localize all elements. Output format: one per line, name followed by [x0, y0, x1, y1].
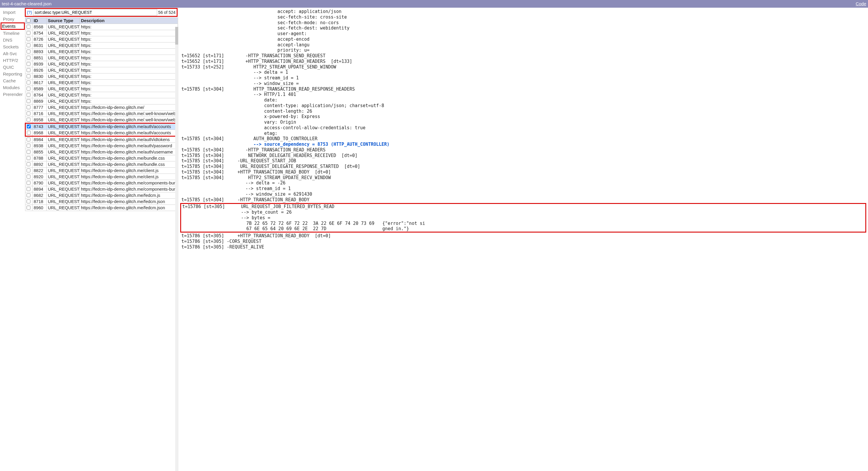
sidebar-item-reporting[interactable]: Reporting	[2, 70, 25, 77]
sidebar-item-http2[interactable]: HTTP/2	[2, 57, 25, 64]
table-row[interactable]: 8743URL_REQUESThttps://fedcm-idp-demo.gl…	[25, 123, 178, 130]
row-source-type: URL_REQUEST	[47, 24, 80, 30]
table-row[interactable]: 8939URL_REQUESThttps:	[25, 61, 178, 67]
row-source-type: URL_REQUEST	[47, 67, 80, 73]
row-checkbox[interactable]	[27, 56, 30, 60]
row-checkbox[interactable]	[27, 99, 30, 103]
row-source-type: URL_REQUEST	[47, 104, 80, 111]
row-description: https:	[80, 80, 178, 86]
select-all-checkbox[interactable]	[27, 19, 30, 23]
table-row[interactable]: 8718URL_REQUESThttps://fedcm-idp-demo.gl…	[25, 199, 178, 205]
row-id: 8788	[32, 155, 47, 161]
events-table: ID Source Type Description 8568URL_REQUE…	[25, 18, 178, 211]
row-checkbox[interactable]	[27, 156, 30, 160]
row-checkbox[interactable]	[27, 144, 30, 147]
table-row[interactable]: 8938URL_REQUESThttps://fedcm-idp-demo.gl…	[25, 143, 178, 149]
row-source-type: URL_REQUEST	[47, 36, 80, 42]
table-row[interactable]: 8726URL_REQUESThttps:	[25, 36, 178, 42]
row-checkbox[interactable]	[27, 43, 30, 47]
sidebar-item-modules[interactable]: Modules	[2, 84, 25, 91]
table-row[interactable]: 8869URL_REQUESThttps:	[25, 98, 178, 104]
table-row[interactable]: 8958URL_REQUESThttps://fedcm-idp-demo.gl…	[25, 117, 178, 123]
filter-help-link[interactable]: (?)	[27, 10, 32, 15]
row-checkbox[interactable]	[27, 74, 30, 78]
sidebar-item-cache[interactable]: Cache	[2, 77, 25, 84]
table-row[interactable]: 8960URL_REQUESThttps://fedcm-idp-demo.gl…	[25, 205, 178, 211]
table-row[interactable]: 8822URL_REQUESThttps://fedcm-idp-demo.gl…	[25, 168, 178, 174]
col-header-source-type[interactable]: Source Type	[47, 18, 80, 24]
row-checkbox[interactable]	[27, 25, 30, 29]
table-row[interactable]: 8926URL_REQUESThttps:	[25, 67, 178, 73]
sidebar-item-events[interactable]: Events	[1, 23, 25, 30]
log-source-dependency-link[interactable]: --> source_dependency = 8753 (HTTP_AUTH_…	[181, 142, 868, 147]
sidebar-item-quic[interactable]: QUIC	[2, 64, 25, 70]
row-checkbox[interactable]	[27, 93, 30, 97]
row-checkbox[interactable]	[27, 125, 31, 128]
table-row[interactable]: 8920URL_REQUESThttps://fedcm-idp-demo.gl…	[25, 174, 178, 180]
sidebar-item-proxy[interactable]: Proxy	[2, 15, 25, 23]
row-checkbox[interactable]	[27, 181, 30, 185]
row-checkbox[interactable]	[27, 68, 30, 72]
row-description: https://fedcm-idp-demo.glitch.me/compone…	[80, 186, 178, 193]
row-id: 8855	[32, 149, 47, 155]
table-row[interactable]: 8790URL_REQUESThttps://fedcm-idp-demo.gl…	[25, 180, 178, 186]
row-checkbox[interactable]	[27, 131, 31, 135]
row-description: https://fedcm-idp-demo.glitch.me/compone…	[80, 180, 178, 186]
row-checkbox[interactable]	[27, 37, 30, 41]
sidebar-item-dns[interactable]: DNS	[2, 37, 25, 43]
row-id: 8822	[32, 168, 47, 174]
row-checkbox[interactable]	[27, 175, 30, 178]
sidebar-item-sockets[interactable]: Sockets	[2, 43, 25, 50]
row-checkbox[interactable]	[27, 111, 30, 115]
row-checkbox[interactable]	[27, 105, 30, 109]
row-checkbox[interactable]	[27, 200, 30, 203]
row-checkbox[interactable]	[27, 162, 30, 166]
row-source-type: URL_REQUEST	[47, 73, 80, 80]
table-row[interactable]: 8617URL_REQUESThttps:	[25, 80, 178, 86]
table-row[interactable]: 8893URL_REQUESThttps:	[25, 49, 178, 55]
table-row[interactable]: 8968URL_REQUESThttps://fedcm-idp-demo.gl…	[25, 130, 178, 136]
sidebar-item-timeline[interactable]: Timeline	[2, 30, 25, 37]
row-id: 8764	[32, 92, 47, 98]
row-checkbox[interactable]	[27, 80, 30, 85]
row-checkbox[interactable]	[27, 49, 30, 54]
table-row[interactable]: 8589URL_REQUESThttps:	[25, 86, 178, 92]
table-row[interactable]: 8851URL_REQUESThttps:	[25, 55, 178, 61]
table-row[interactable]: 8984URL_REQUESThttps://fedcm-idp-demo.gl…	[25, 136, 178, 143]
table-row[interactable]: 8788URL_REQUESThttps://fedcm-idp-demo.gl…	[25, 155, 178, 161]
filter-input[interactable]	[33, 9, 157, 15]
table-row[interactable]: 8754URL_REQUESThttps:	[25, 30, 178, 36]
row-checkbox[interactable]	[27, 187, 30, 191]
row-checkbox[interactable]	[27, 193, 30, 197]
table-row[interactable]: 8682URL_REQUESThttps://fedcm-idp-demo.gl…	[25, 193, 178, 199]
table-row[interactable]: 8892URL_REQUESThttps://fedcm-idp-demo.gl…	[25, 161, 178, 168]
table-row[interactable]: 8631URL_REQUESThttps:	[25, 42, 178, 49]
col-header-checkbox[interactable]	[25, 18, 32, 24]
vertical-scrollbar[interactable]	[175, 27, 178, 471]
table-row[interactable]: 8830URL_REQUESThttps:	[25, 73, 178, 80]
sidebar-item-altsvc[interactable]: Alt-Svc	[2, 50, 25, 57]
table-row[interactable]: 8568URL_REQUESThttps:	[25, 24, 178, 30]
row-checkbox[interactable]	[27, 206, 30, 209]
row-checkbox[interactable]	[27, 87, 30, 91]
row-description: https:	[80, 86, 178, 92]
row-id: 8830	[32, 73, 47, 80]
row-checkbox[interactable]	[27, 31, 30, 35]
sidebar-item-import[interactable]: Import	[2, 9, 25, 15]
row-checkbox[interactable]	[27, 169, 30, 172]
table-row[interactable]: 8764URL_REQUESThttps:	[25, 92, 178, 98]
row-source-type: URL_REQUEST	[47, 186, 80, 193]
col-header-description[interactable]: Description	[80, 18, 178, 24]
row-checkbox[interactable]	[27, 62, 30, 66]
row-checkbox[interactable]	[27, 150, 30, 154]
col-header-id[interactable]: ID	[32, 18, 47, 24]
sidebar-item-prerender[interactable]: Prerender	[2, 91, 25, 98]
code-link[interactable]: Code	[856, 1, 866, 7]
table-row[interactable]: 8716URL_REQUESThttps://fedcm-idp-demo.gl…	[25, 111, 178, 117]
table-row[interactable]: 8855URL_REQUESThttps://fedcm-idp-demo.gl…	[25, 149, 178, 155]
row-checkbox[interactable]	[27, 137, 30, 141]
table-row[interactable]: 8894URL_REQUESThttps://fedcm-idp-demo.gl…	[25, 186, 178, 193]
row-checkbox[interactable]	[27, 118, 30, 122]
table-row[interactable]: 8777URL_REQUESThttps://fedcm-idp-demo.gl…	[25, 104, 178, 111]
row-id: 8718	[32, 199, 47, 205]
